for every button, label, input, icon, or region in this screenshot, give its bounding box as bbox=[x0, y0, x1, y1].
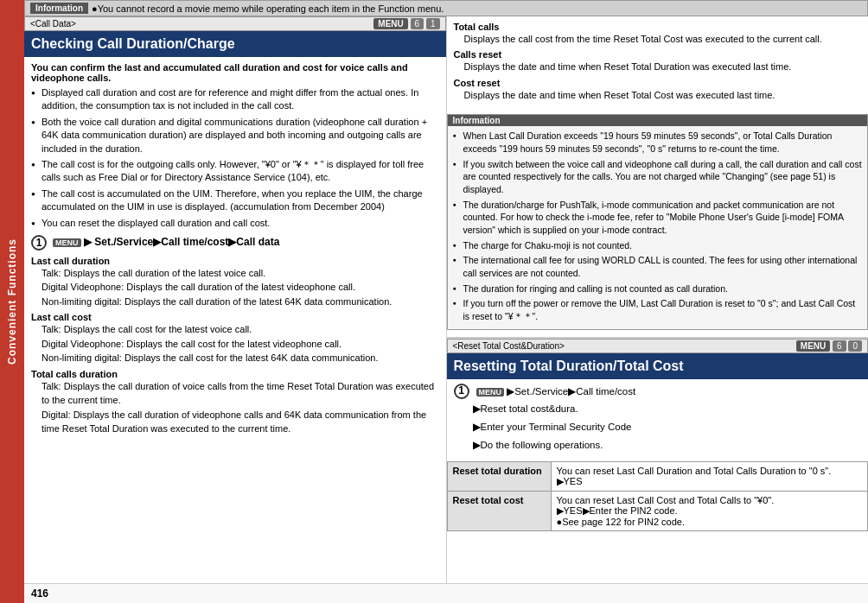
sidebar: Convenient Functions bbox=[0, 0, 24, 603]
reset-step-line-1: ▶Reset total cost&dura. bbox=[454, 400, 862, 418]
reset-menu-num2: 0 bbox=[848, 340, 862, 352]
call-data-section-title: Checking Call Duration/Charge bbox=[24, 31, 446, 57]
sidebar-label: Convenient Functions bbox=[6, 238, 18, 365]
right-term-2: Cost reset Displays the date and time wh… bbox=[454, 78, 862, 102]
bullet-item: Displayed call duration and cost are for… bbox=[31, 86, 439, 113]
main-content: Information ●You cannot record a movie m… bbox=[24, 0, 868, 603]
subsection-0-line-1: Digital Videophone: Displays the call du… bbox=[41, 280, 439, 295]
subsection-2-content: Talk: Displays the call duration of voic… bbox=[31, 379, 439, 436]
subsection-2-title: Total calls duration bbox=[31, 369, 439, 379]
call-data-section-header: <Call Data> MENU 6 1 bbox=[24, 16, 446, 31]
subsection-0: Last call duration Talk: Displays the ca… bbox=[31, 256, 439, 309]
reset-menu-badges: MENU 6 0 bbox=[796, 341, 862, 351]
info-bar-text: ●You cannot record a movie memo while op… bbox=[92, 3, 444, 14]
info-bullet-1: If you switch between the voice call and… bbox=[453, 158, 863, 196]
info-bullet-2: The duration/charge for PushTalk, i-mode… bbox=[453, 199, 863, 237]
right-def-1: Displays the date and time when Reset To… bbox=[454, 60, 862, 73]
table-row-1: Reset total cost You can reset Last Call… bbox=[447, 491, 868, 530]
intro-text: You can confirm the last and accumulated… bbox=[31, 62, 439, 83]
reset-menu-num1: 6 bbox=[833, 340, 846, 352]
info-box-header: Information bbox=[448, 115, 868, 126]
section-tag-left: <Call Data> bbox=[30, 19, 76, 29]
subsection-0-line-0: Talk: Displays the call duration of the … bbox=[41, 266, 439, 281]
reset-table-label-0: Reset total duration bbox=[447, 461, 551, 491]
info-bullet-6: If you turn off the power or remove the … bbox=[453, 297, 863, 322]
reset-step-lines: 1 MENU ▶Set./Service▶Call time/cost ▶Res… bbox=[447, 379, 869, 458]
top-info-bar: Information ●You cannot record a movie m… bbox=[24, 0, 868, 16]
bullet-item: You can reset the displayed call duratio… bbox=[31, 217, 439, 230]
step-block-left: 1 MENU ▶ Set./Service▶Call time/cost▶Cal… bbox=[31, 235, 439, 251]
step-number-left: 1 bbox=[31, 235, 47, 251]
right-def-2: Displays the date and time when Reset To… bbox=[454, 89, 862, 102]
col-left-inner: <Call Data> MENU 6 1 Checking Call Durat… bbox=[24, 16, 446, 443]
info-bullet-4: The international call fee for using WOR… bbox=[453, 254, 863, 279]
page-number: 416 bbox=[31, 587, 48, 600]
reset-section: <Reset Total Cost&Duration> MENU 6 0 Res… bbox=[447, 337, 869, 531]
bullet-item: The call cost is for the outgoing calls … bbox=[31, 158, 439, 185]
right-term-0-label: Total calls bbox=[454, 22, 862, 32]
right-top-content: Total calls Displays the call cost from … bbox=[447, 16, 869, 111]
subsection-2-line-0: Talk: Displays the call duration of voic… bbox=[41, 379, 439, 408]
col-right-inner: Total calls Displays the call cost from … bbox=[447, 16, 869, 531]
info-box-content: When Last Call Duration exceeds "19 hour… bbox=[448, 126, 868, 329]
reset-section-header: <Reset Total Cost&Duration> MENU 6 0 bbox=[447, 339, 869, 353]
menu-icon-step: MENU bbox=[53, 238, 81, 247]
right-term-2-label: Cost reset bbox=[454, 78, 862, 88]
right-term-0: Total calls Displays the call cost from … bbox=[454, 22, 862, 46]
right-info-box: Information When Last Call Duration exce… bbox=[447, 114, 869, 330]
subsection-1-title: Last call cost bbox=[31, 312, 439, 322]
reset-step-menu-icon: MENU bbox=[476, 388, 505, 397]
menu-badges-left: MENU 6 1 bbox=[373, 19, 439, 29]
right-term-1: Calls reset Displays the date and time w… bbox=[454, 49, 862, 73]
info-bullet-0: When Last Call Duration exceeds "19 hour… bbox=[453, 130, 863, 155]
info-bar-label: Information bbox=[30, 3, 88, 14]
table-row-0: Reset total duration You can reset Last … bbox=[447, 461, 868, 491]
menu-num2-left: 1 bbox=[426, 18, 440, 29]
subsection-1: Last call cost Talk: Displays the call c… bbox=[31, 312, 439, 365]
right-def-0: Displays the call cost from the time Res… bbox=[454, 33, 862, 46]
reset-section-tag: <Reset Total Cost&Duration> bbox=[453, 341, 565, 351]
subsection-1-line-2: Non-limiting digital: Displays the call … bbox=[41, 351, 439, 365]
subsection-1-content: Talk: Displays the call cost for the lat… bbox=[31, 322, 439, 365]
reset-section-title: Resetting Total Duration/Total Cost bbox=[447, 353, 869, 379]
reset-table-content-0: You can reset Last Call Duration and Tot… bbox=[551, 461, 868, 491]
reset-step-line-0: MENU ▶Set./Service▶Call time/cost bbox=[476, 383, 636, 401]
bullet-item: The call cost is accumulated on the UIM.… bbox=[31, 187, 439, 214]
step-text-left: MENU ▶ Set./Service▶Call time/cost▶Call … bbox=[53, 236, 279, 248]
info-bullet-5: The duration for ringing and calling is … bbox=[453, 282, 863, 295]
bullet-item: Both the voice call duration and digital… bbox=[31, 116, 439, 156]
subsection-2: Total calls duration Talk: Displays the … bbox=[31, 369, 439, 436]
subsection-2-line-1: Digital: Displays the call duration of v… bbox=[41, 408, 439, 436]
columns: <Call Data> MENU 6 1 Checking Call Durat… bbox=[24, 16, 868, 583]
reset-step-number: 1 bbox=[454, 384, 469, 399]
right-term-1-label: Calls reset bbox=[454, 49, 862, 60]
page-footer: 416 bbox=[24, 583, 868, 603]
step-text-content: Set./Service▶Call time/cost▶Call data bbox=[92, 236, 279, 248]
reset-step-row: 1 MENU ▶Set./Service▶Call time/cost bbox=[454, 383, 862, 401]
reset-step-line-2: ▶Enter your Terminal Security Code bbox=[454, 418, 862, 436]
subsection-0-title: Last call duration bbox=[31, 256, 439, 266]
info-box-list: When Last Call Duration exceeds "19 hour… bbox=[453, 130, 863, 323]
reset-table-label-1: Reset total cost bbox=[447, 491, 551, 530]
menu-num1-left: 6 bbox=[411, 18, 424, 29]
reset-menu-icon: MENU bbox=[796, 340, 830, 352]
reset-table: Reset total duration You can reset Last … bbox=[447, 461, 869, 531]
left-section-content: You can confirm the last and accumulated… bbox=[24, 57, 446, 443]
col-right: Total calls Displays the call cost from … bbox=[447, 16, 869, 583]
menu-icon-left: MENU bbox=[373, 18, 407, 29]
reset-step-line-3: ▶Do the following operations. bbox=[454, 436, 862, 454]
subsection-1-line-1: Digital Videophone: Displays the call co… bbox=[41, 337, 439, 352]
page-wrapper: Convenient Functions Information ●You ca… bbox=[0, 0, 868, 603]
subsection-0-content: Talk: Displays the call duration of the … bbox=[31, 266, 439, 309]
subsection-0-line-2: Non-limiting digital: Displays the call … bbox=[41, 295, 439, 309]
reset-table-content-1: You can reset Last Call Cost and Total C… bbox=[551, 491, 868, 530]
subsection-1-line-0: Talk: Displays the call cost for the lat… bbox=[41, 322, 439, 337]
info-bullet-3: The charge for Chaku-moji is not counted… bbox=[453, 239, 863, 252]
left-bullet-list: Displayed call duration and cost are for… bbox=[31, 86, 439, 230]
col-left: <Call Data> MENU 6 1 Checking Call Durat… bbox=[24, 16, 447, 583]
